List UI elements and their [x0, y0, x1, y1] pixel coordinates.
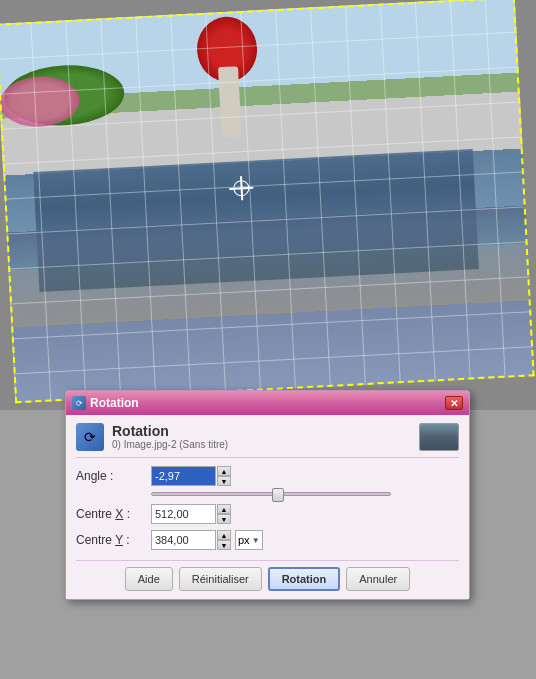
- thumbnail-image: [420, 424, 458, 450]
- dialog-titlebar: ⟳ Rotation ✕: [66, 391, 469, 415]
- centre-x-spin-up[interactable]: ▲: [217, 504, 231, 514]
- button-row: Aide Réinitialiser Rotation Annuler: [76, 560, 459, 591]
- angle-slider-row: [151, 492, 459, 496]
- image-layer: [0, 0, 535, 403]
- title-left: ⟳ Rotation: [72, 396, 139, 410]
- header-title: Rotation: [112, 423, 228, 439]
- centre-y-spinner: ▲ ▼: [217, 530, 231, 550]
- units-arrow-icon: ▼: [252, 536, 260, 545]
- aide-button[interactable]: Aide: [125, 567, 173, 591]
- centre-x-spinner: ▲ ▼: [217, 504, 231, 524]
- units-select[interactable]: px ▼: [235, 530, 263, 550]
- header-text: Rotation 0) Image.jpg-2 (Sans titre): [112, 423, 228, 450]
- centre-y-row: Centre Y : ▲ ▼ px ▼: [76, 530, 459, 550]
- rotation-button[interactable]: Rotation: [268, 567, 341, 591]
- dialog-icon: ⟳: [72, 396, 86, 410]
- centre-y-label: Centre Y :: [76, 533, 151, 547]
- dialog-header: ⟳ Rotation 0) Image.jpg-2 (Sans titre): [76, 423, 459, 458]
- units-box[interactable]: px ▼: [235, 530, 263, 550]
- grid-overlay: [0, 0, 535, 403]
- canvas-area: [0, 0, 536, 410]
- centre-x-input[interactable]: [151, 504, 216, 524]
- centre-x-row: Centre X : ▲ ▼: [76, 504, 459, 524]
- dialog-content: ⟳ Rotation 0) Image.jpg-2 (Sans titre) A…: [66, 415, 469, 599]
- units-label: px: [238, 534, 250, 546]
- header-subtitle: 0) Image.jpg-2 (Sans titre): [112, 439, 228, 450]
- centre-y-spin-up[interactable]: ▲: [217, 530, 231, 540]
- header-left: ⟳ Rotation 0) Image.jpg-2 (Sans titre): [76, 423, 228, 451]
- dialog-title: Rotation: [90, 396, 139, 410]
- centre-x-input-group: ▲ ▼: [151, 504, 231, 524]
- centre-y-input[interactable]: [151, 530, 216, 550]
- angle-spin-down[interactable]: ▼: [217, 476, 231, 486]
- angle-input-group: ▲ ▼: [151, 466, 231, 486]
- reinitialiser-button[interactable]: Réinitialiser: [179, 567, 262, 591]
- angle-input[interactable]: [151, 466, 216, 486]
- angle-slider-thumb[interactable]: [272, 488, 284, 502]
- close-button[interactable]: ✕: [445, 396, 463, 410]
- centre-x-spin-down[interactable]: ▼: [217, 514, 231, 524]
- image-thumbnail: [419, 423, 459, 451]
- centre-y-spin-down[interactable]: ▼: [217, 540, 231, 550]
- angle-spin-up[interactable]: ▲: [217, 466, 231, 476]
- centre-y-input-group: ▲ ▼ px ▼: [151, 530, 263, 550]
- angle-label: Angle :: [76, 469, 151, 483]
- centre-x-label: Centre X :: [76, 507, 151, 521]
- annuler-button[interactable]: Annuler: [346, 567, 410, 591]
- angle-row: Angle : ▲ ▼: [76, 466, 459, 486]
- rotation-dialog: ⟳ Rotation ✕ ⟳ Rotation 0) Image.jpg-2 (…: [65, 390, 470, 600]
- angle-slider-track[interactable]: [151, 492, 391, 496]
- header-icon: ⟳: [76, 423, 104, 451]
- angle-spinner: ▲ ▼: [217, 466, 231, 486]
